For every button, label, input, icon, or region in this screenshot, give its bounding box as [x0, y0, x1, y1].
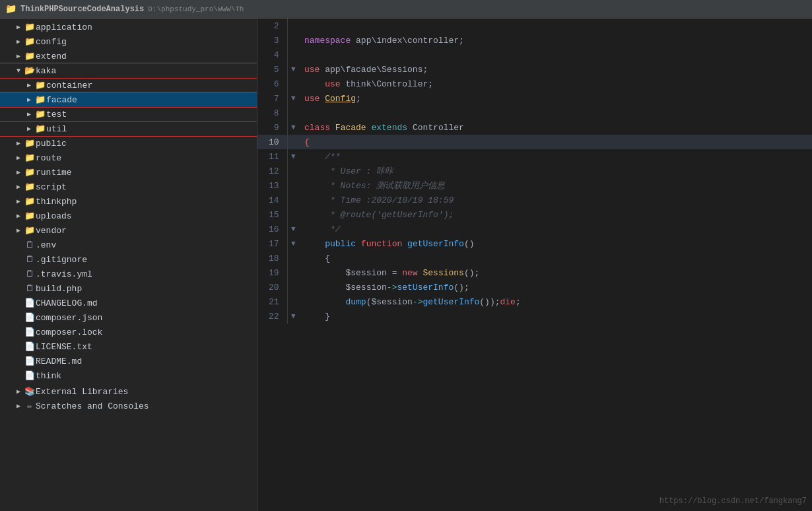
sidebar-item-route[interactable]: ▶ 📁 route: [0, 151, 257, 165]
file-icon: 📄: [24, 298, 36, 308]
expand-arrow: ▶: [13, 402, 24, 410]
sidebar-item-think[interactable]: 📄 think: [0, 368, 257, 383]
line-number: 8: [257, 106, 287, 120]
fold-gutter: [287, 164, 299, 178]
table-row: 4: [257, 48, 812, 62]
folder-icon: 📁: [24, 182, 36, 192]
sidebar-item-container[interactable]: ▶ 📁 container: [0, 78, 257, 92]
sidebar-label: .gitignore: [36, 255, 87, 265]
sidebar-label: container: [46, 81, 92, 90]
sidebar-label: kaka: [36, 66, 56, 76]
line-number: 17: [257, 236, 287, 251]
folder-icon: 📁: [24, 36, 36, 47]
sidebar-item-composer-lock[interactable]: 📄 composer.lock: [0, 325, 257, 339]
folder-icon: 📁: [34, 123, 46, 134]
sidebar-item-util[interactable]: ▶ 📁 util: [0, 121, 257, 136]
table-row: 11 ▼ /**: [257, 149, 812, 164]
sidebar-item-config[interactable]: ▶ 📁 config: [0, 34, 257, 49]
sidebar-item-script[interactable]: ▶ 📁 script: [0, 180, 257, 194]
file-icon: 📄: [24, 370, 36, 381]
table-row: 14 * Time :2020/10/19 18:59: [257, 193, 812, 207]
sidebar-item-test[interactable]: ▶ 📁 test: [0, 107, 257, 121]
code-line: * Time :2020/10/19 18:59: [299, 193, 812, 207]
line-number: 14: [257, 193, 287, 207]
code-line: namespace app\index\controller;: [299, 33, 812, 48]
fold-gutter: [287, 265, 299, 280]
code-line: $session = new Sessions();: [299, 265, 812, 280]
fold-gutter: ▼: [287, 120, 299, 135]
folder-icon: 📁: [34, 80, 46, 90]
expand-arrow: ▶: [13, 226, 24, 234]
folder-icon: 📁: [24, 138, 36, 149]
table-row: 12 * User : 咔咔: [257, 164, 812, 178]
project-name: ThinkPHPSourceCodeAnalysis: [20, 5, 144, 14]
sidebar-item-facade[interactable]: ▶ 📁 facade: [0, 92, 257, 107]
table-row: 16 ▼ */: [257, 222, 812, 236]
table-row: 3 namespace app\index\controller;: [257, 33, 812, 48]
watermark: https://blog.csdn.net/fangkang7: [660, 496, 807, 506]
sidebar-item-runtime[interactable]: ▶ 📁 runtime: [0, 165, 257, 180]
sidebar-label: LICENSE.txt: [36, 342, 92, 352]
table-row: 13 * Notes: 测试获取用户信息: [257, 178, 812, 193]
line-number: 2: [257, 18, 287, 33]
expand-arrow: ▶: [24, 125, 34, 133]
line-number: 7: [257, 91, 287, 106]
expand-arrow: ▶: [13, 52, 24, 60]
file-icon: 📄: [24, 327, 36, 337]
sidebar-label: uploads: [36, 211, 72, 221]
sidebar-item-uploads[interactable]: ▶ 📁 uploads: [0, 209, 257, 223]
sidebar-item-env[interactable]: 🗒 .env: [0, 238, 257, 252]
project-icon: 📁: [5, 3, 17, 15]
sidebar-item-license[interactable]: 📄 LICENSE.txt: [0, 339, 257, 354]
expand-arrow: ▶: [13, 212, 24, 220]
file-tree[interactable]: ▶ 📁 application ▶ 📁 config ▶ 📁 extend ▼ …: [0, 18, 257, 511]
table-row: 17 ▼ public function getUserInfo(): [257, 236, 812, 251]
line-number: 11: [257, 149, 287, 164]
sidebar-item-travis[interactable]: 🗒 .travis.yml: [0, 267, 257, 281]
expand-arrow: ▶: [13, 139, 24, 147]
table-row: 15 * @route('getUserInfo');: [257, 207, 812, 222]
fold-gutter: ▼: [287, 309, 299, 324]
code-line: [299, 48, 812, 62]
code-editor[interactable]: 2 3 namespace app\index\controller; 4: [257, 18, 812, 511]
table-row: 6 use think\Controller;: [257, 77, 812, 91]
fold-gutter: [287, 18, 299, 33]
sidebar-item-composer-json[interactable]: 📄 composer.json: [0, 310, 257, 325]
sidebar-item-vendor[interactable]: ▶ 📁 vendor: [0, 223, 257, 238]
line-number: 20: [257, 280, 287, 294]
sidebar-item-changelog[interactable]: 📄 CHANGELOG.md: [0, 296, 257, 310]
sidebar-item-kaka[interactable]: ▼ 📂 kaka: [0, 63, 257, 78]
sidebar-item-readme[interactable]: 📄 README.md: [0, 354, 257, 368]
sidebar-item-application[interactable]: ▶ 📁 application: [0, 20, 257, 34]
sidebar-item-scratches[interactable]: ▶ ✏️ Scratches and Consoles: [0, 399, 257, 413]
fold-gutter: [287, 33, 299, 48]
sidebar-item-gitignore[interactable]: 🗒 .gitignore: [0, 252, 257, 267]
sidebar-item-build[interactable]: 🗒 build.php: [0, 281, 257, 296]
sidebar-item-thinkphp[interactable]: ▶ 📁 thinkphp: [0, 194, 257, 209]
fold-gutter: ▼: [287, 91, 299, 106]
code-line: use Config;: [299, 91, 812, 106]
fold-gutter: [287, 106, 299, 120]
code-line: dump($session->getUserInfo());die;: [299, 294, 812, 309]
expand-arrow: ▶: [24, 96, 34, 104]
sidebar-item-external-libraries[interactable]: ▶ 📚 External Libraries: [0, 384, 257, 399]
line-number: 5: [257, 62, 287, 77]
sidebar-item-public[interactable]: ▶ 📁 public: [0, 136, 257, 151]
sidebar-label: README.md: [36, 357, 82, 366]
folder-icon: 📁: [34, 94, 46, 105]
sidebar-label: util: [46, 124, 67, 134]
fold-gutter: [287, 207, 299, 222]
table-row: 21 dump($session->getUserInfo());die;: [257, 294, 812, 309]
code-line: use think\Controller;: [299, 77, 812, 91]
folder-icon: 📁: [24, 196, 36, 207]
sidebar-item-extend[interactable]: ▶ 📁 extend: [0, 49, 257, 63]
expand-arrow: ▶: [13, 23, 24, 31]
code-table: 2 3 namespace app\index\controller; 4: [257, 18, 812, 324]
file-icon: 🗒: [24, 240, 36, 250]
table-row: 8: [257, 106, 812, 120]
sidebar-label: think: [36, 371, 61, 381]
folder-icon: 📁: [24, 167, 36, 178]
sidebar-label: public: [36, 139, 67, 149]
line-number: 18: [257, 251, 287, 265]
table-row: 22 ▼ }: [257, 309, 812, 324]
